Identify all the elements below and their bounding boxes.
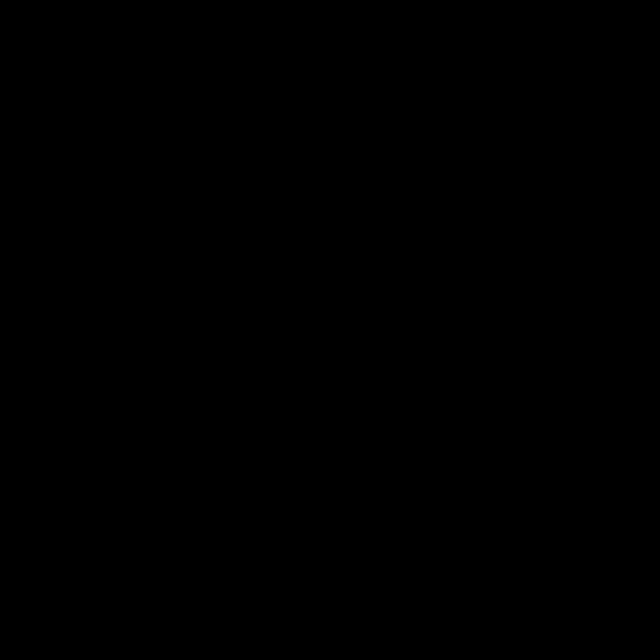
chart-container: { "attribution": "TheBottleneck.com", "c… bbox=[0, 0, 644, 644]
bottleneck-chart bbox=[0, 0, 644, 644]
